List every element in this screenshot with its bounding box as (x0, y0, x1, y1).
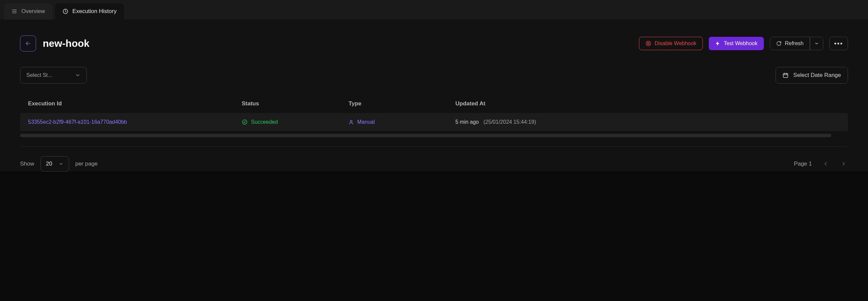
more-actions-button[interactable]: ••• (829, 37, 848, 50)
per-page-label: per page (75, 161, 97, 167)
stop-icon (645, 40, 651, 47)
updated-relative: 5 min ago (455, 119, 479, 125)
updated-absolute: (25/01/2024 15:44:19) (484, 119, 536, 125)
chevron-down-icon (75, 73, 81, 78)
bolt-icon (715, 41, 720, 46)
column-header-status: Status (242, 100, 348, 107)
refresh-icon (776, 41, 781, 46)
column-header-updated: Updated At (455, 100, 840, 107)
dots-icon: ••• (834, 40, 843, 48)
svg-rect-7 (783, 74, 788, 78)
svg-point-5 (646, 41, 651, 46)
refresh-dropdown-button[interactable] (810, 37, 823, 50)
user-icon (348, 119, 354, 125)
table-row[interactable]: 53355ec2-b2f9-467f-a101-16a770ad40bb Suc… (20, 113, 848, 131)
show-label: Show (20, 161, 34, 167)
horizontal-scrollbar[interactable] (20, 134, 831, 137)
prev-page-button[interactable] (821, 160, 830, 168)
check-circle-icon (242, 119, 248, 125)
chevron-down-icon (59, 162, 63, 166)
test-webhook-button[interactable]: Test Webhook (709, 37, 764, 50)
column-header-id: Execution Id (28, 100, 242, 107)
status-filter-label: Select St... (26, 72, 52, 78)
type-cell: Manual (348, 119, 455, 125)
refresh-button[interactable]: Refresh (770, 37, 810, 50)
tab-overview[interactable]: Overview (4, 3, 53, 19)
page-title: new-hook (43, 38, 90, 49)
execution-id-link[interactable]: 53355ec2-b2f9-467f-a101-16a770ad40bb (28, 119, 127, 125)
tab-overview-label: Overview (21, 8, 45, 15)
next-page-button[interactable] (839, 160, 848, 168)
type-text: Manual (357, 119, 375, 125)
clock-icon (62, 8, 68, 15)
tab-history-label: Execution History (72, 8, 117, 15)
date-range-button[interactable]: Select Date Range (776, 67, 848, 84)
status-badge: Succeeded (242, 119, 348, 125)
page-size-select[interactable]: 20 (40, 156, 69, 171)
status-text: Succeeded (251, 119, 278, 125)
arrow-left-icon (25, 40, 31, 47)
test-webhook-label: Test Webhook (724, 40, 757, 47)
column-header-type: Type (348, 100, 455, 107)
svg-point-12 (350, 120, 352, 122)
status-filter-select[interactable]: Select St... (20, 67, 87, 84)
svg-point-11 (242, 120, 247, 125)
page-indicator: Page 1 (794, 161, 812, 167)
chevron-left-icon (823, 161, 829, 167)
chevron-right-icon (841, 161, 847, 167)
calendar-icon (782, 72, 788, 78)
date-range-label: Select Date Range (793, 72, 841, 79)
back-button[interactable] (20, 35, 36, 52)
disable-webhook-label: Disable Webhook (655, 40, 696, 47)
disable-webhook-button[interactable]: Disable Webhook (639, 37, 703, 50)
chevron-down-icon (814, 41, 819, 46)
page-size-value: 20 (46, 161, 53, 167)
divider (20, 146, 848, 147)
list-icon (11, 8, 18, 15)
refresh-label: Refresh (785, 40, 804, 47)
tab-execution-history[interactable]: Execution History (55, 3, 124, 19)
updated-at-cell: 5 min ago (25/01/2024 15:44:19) (455, 119, 840, 125)
svg-rect-6 (648, 43, 649, 45)
